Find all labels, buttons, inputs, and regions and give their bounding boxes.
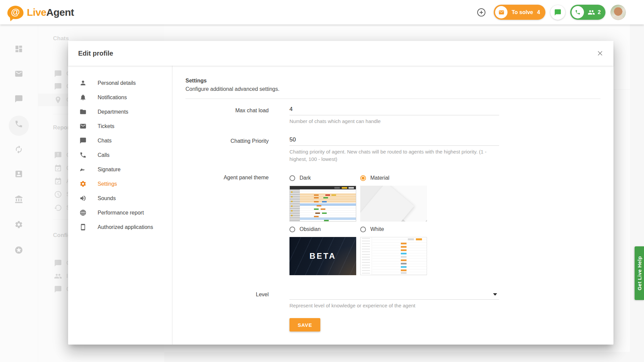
modal-nav-tickets[interactable]: Tickets — [68, 119, 172, 133]
get-live-help-tab[interactable]: Get Live Help — [635, 246, 644, 300]
theme-thumbnail-dark[interactable] — [289, 186, 356, 222]
modal-nav-sounds[interactable]: Sounds — [68, 191, 172, 205]
modal-nav-performance-report[interactable]: Performance report — [68, 205, 172, 220]
modal-nav: Personal details Notifications Departmen… — [68, 66, 172, 345]
bell-icon — [79, 94, 87, 101]
smartphone-icon — [79, 224, 87, 231]
close-icon — [597, 50, 603, 56]
max-chat-load-label: Max chat load — [185, 106, 269, 125]
person-icon — [79, 79, 87, 87]
radio-unchecked-icon — [360, 227, 366, 232]
modal-body: Personal details Notifications Departmen… — [68, 66, 613, 345]
divider — [185, 99, 600, 99]
chatting-priority-input[interactable]: 50 — [289, 136, 499, 146]
save-button[interactable]: SAVE — [289, 318, 320, 331]
modal-nav-calls[interactable]: Calls — [68, 148, 172, 162]
calls-button[interactable]: 2 — [570, 5, 605, 20]
chatting-priority-label: Chatting Priority — [185, 136, 269, 163]
add-button[interactable] — [474, 5, 489, 20]
liveagent-app: Chats C C C Reports C C A — [0, 0, 644, 362]
modal-nav-chats[interactable]: Chats — [68, 133, 172, 148]
level-row: Level Represent level of knowledge or ex… — [185, 290, 600, 309]
modal-title: Edit profile — [78, 50, 113, 57]
get-live-help-label: Get Live Help — [637, 256, 642, 290]
section-title: Settings — [185, 78, 600, 84]
max-chat-load-row: Max chat load 4 Number of chats which ag… — [185, 106, 600, 125]
to-solve-count: 4 — [537, 9, 540, 15]
theme-option-material[interactable]: Material — [360, 175, 427, 181]
gear-icon — [79, 180, 87, 188]
close-button[interactable] — [593, 47, 607, 60]
logo-wordmark: LiveAgent — [27, 7, 74, 18]
calls-count: 2 — [598, 9, 601, 15]
max-chat-load-input[interactable]: 4 — [289, 106, 499, 115]
envelope-icon — [79, 123, 87, 130]
chatting-priority-helper: Chatting priority of agent. New chats wi… — [289, 148, 488, 163]
theme-thumbnail-obsidian[interactable]: BETA — [289, 237, 356, 275]
header-actions: To solve 4 2 — [474, 0, 626, 24]
section-subtitle: Configure additional advanced settings. — [185, 86, 600, 92]
edit-profile-modal: Edit profile Personal details Notificati… — [68, 41, 613, 345]
theme-thumbnail-material[interactable] — [360, 186, 427, 222]
modal-nav-signature[interactable]: Signature — [68, 162, 172, 177]
to-solve-label: To solve — [512, 9, 533, 15]
logo-bubble-icon: @ — [7, 6, 23, 19]
phone-icon — [572, 6, 584, 18]
modal-header: Edit profile — [68, 41, 613, 66]
plus-circle-icon — [476, 7, 486, 17]
theme-option-white[interactable]: White — [360, 226, 427, 232]
modal-nav-personal-details[interactable]: Personal details — [68, 76, 172, 90]
top-header: @ LiveAgent To solve 4 — [0, 0, 644, 24]
to-solve-button[interactable]: To solve 4 — [494, 5, 545, 20]
radio-checked-icon — [360, 175, 366, 181]
chat-icon — [79, 137, 87, 144]
agent-panel-theme-row: Agent panel theme Dark Material — [185, 173, 600, 275]
theme-option-obsidian[interactable]: Obsidian — [289, 226, 356, 232]
speaker-icon — [79, 195, 87, 202]
modal-nav-departments[interactable]: Departments — [68, 105, 172, 119]
chatting-priority-row: Chatting Priority 50 Chatting priority o… — [185, 136, 600, 163]
globe-icon — [79, 209, 87, 217]
folder-icon — [79, 108, 87, 116]
theme-option-dark[interactable]: Dark — [289, 175, 356, 181]
max-chat-load-helper: Number of chats which agent can handle — [289, 118, 499, 125]
envelope-icon — [495, 6, 507, 18]
agent-panel-theme-label: Agent panel theme — [185, 173, 269, 275]
signature-icon — [79, 166, 87, 173]
level-label: Level — [185, 290, 269, 309]
radio-unchecked-icon — [289, 175, 295, 181]
level-select[interactable] — [289, 290, 499, 300]
settings-content: Settings Configure additional advanced s… — [172, 66, 613, 345]
dropdown-arrow-icon — [493, 293, 497, 296]
modal-nav-notifications[interactable]: Notifications — [68, 90, 172, 105]
radio-unchecked-icon — [289, 227, 295, 232]
phone-icon — [79, 152, 87, 159]
level-helper: Represent level of knowledge or experien… — [289, 302, 499, 309]
avatar[interactable] — [610, 5, 626, 20]
beta-badge: BETA — [310, 251, 336, 261]
modal-nav-settings[interactable]: Settings — [68, 177, 172, 191]
liveagent-logo[interactable]: @ LiveAgent — [7, 6, 74, 19]
modal-nav-authorized-applications[interactable]: Authorized applications — [68, 220, 172, 234]
chats-button[interactable] — [550, 5, 565, 20]
people-icon — [588, 9, 595, 16]
theme-thumbnail-white[interactable] — [360, 237, 427, 275]
chat-bubble-icon — [554, 9, 561, 16]
